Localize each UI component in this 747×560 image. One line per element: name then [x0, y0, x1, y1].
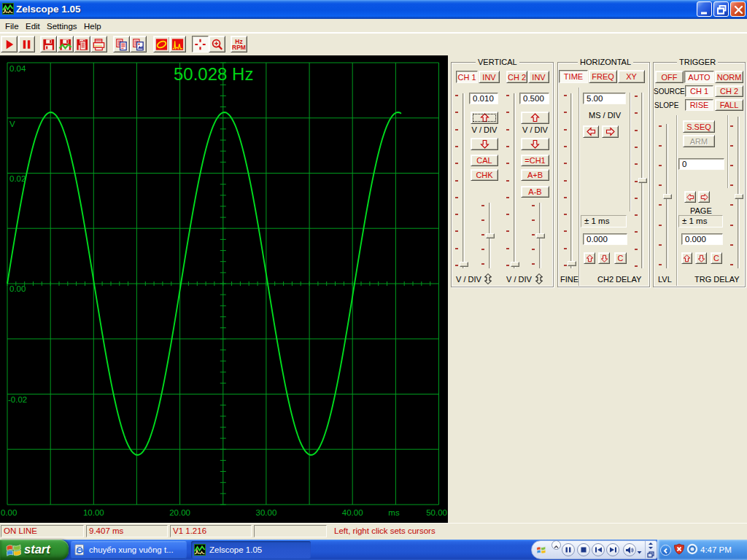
- svg-text:30.00: 30.00: [256, 508, 277, 517]
- svg-text:V: V: [9, 120, 15, 128]
- svg-text:50.00: 50.00: [426, 508, 447, 517]
- svg-text:40.00: 40.00: [342, 508, 363, 517]
- svg-text:20.00: 20.00: [169, 508, 190, 517]
- svg-text:50.028 Hz: 50.028 Hz: [174, 64, 253, 84]
- svg-text:0.02: 0.02: [9, 174, 26, 183]
- svg-text:10.00: 10.00: [83, 508, 104, 517]
- svg-text:ms: ms: [388, 508, 400, 517]
- svg-text:-0.02: -0.02: [8, 395, 27, 404]
- svg-text:0.00: 0.00: [9, 284, 26, 293]
- svg-text:0.04: 0.04: [9, 64, 26, 73]
- svg-text:0.00: 0.00: [1, 508, 17, 517]
